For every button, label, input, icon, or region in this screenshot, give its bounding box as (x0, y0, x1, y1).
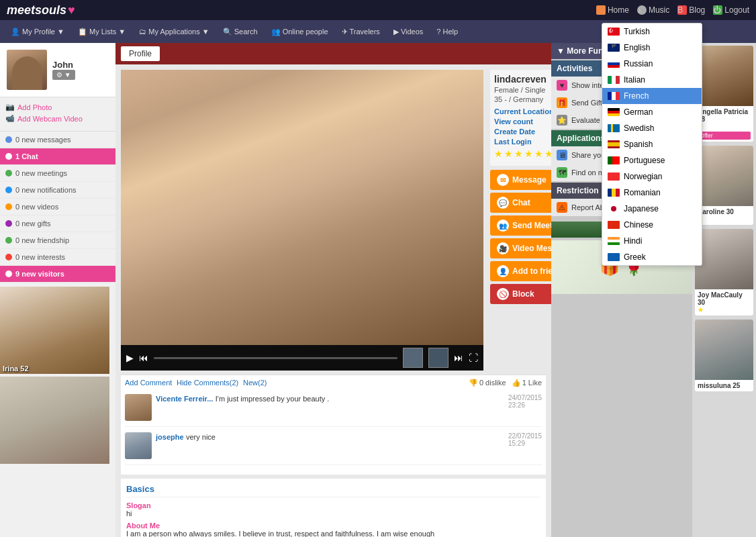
dislike-button[interactable]: 👎 0 dislike (469, 379, 506, 387)
meeting-request-button[interactable]: 👥 Send Meeting Request (490, 215, 551, 236)
lang-hindi-label: Hindi (624, 236, 642, 246)
video-message-button[interactable]: 🎥 Video Message (490, 238, 551, 258)
stat-meetings[interactable]: 0 new meetings (0, 165, 115, 182)
rs-card-2[interactable]: Caroline 30 ★ (695, 146, 753, 225)
fullscreen-button[interactable]: ⛶ (469, 352, 478, 363)
logout-nav[interactable]: ⏻ Logout (713, 5, 749, 15)
header: meetsouls♥ Home ♪ Music B Blog ⏻ Logout (0, 0, 756, 20)
profile-tab[interactable]: Profile (121, 46, 160, 61)
notifications-count: 0 new notifications (15, 186, 77, 194)
messages-count: 0 new messages (15, 136, 71, 144)
rs-card-4[interactable]: missuluna 25 (695, 320, 753, 391)
flag-romanian (608, 189, 620, 197)
sidebar-photo-1[interactable]: Irina 52 (0, 287, 109, 374)
lang-chinese[interactable]: Chinese (602, 217, 702, 233)
topnav-myprofile[interactable]: 👤 My Profile ▼ (5, 25, 70, 39)
friendship-count: 0 new friendship (15, 236, 69, 244)
sidebar-profile: John ⚙ ▼ (0, 43, 115, 97)
lang-portuguese[interactable]: Portuguese (602, 152, 702, 168)
new-comments-link[interactable]: New(2) (243, 379, 267, 387)
videos-count: 0 new videos (15, 203, 58, 211)
current-location-label: Current Location (494, 107, 551, 115)
lang-russian[interactable]: Russian (602, 56, 702, 72)
rs-card-1[interactable]: Angella Patricia 28 ★ Offer (695, 46, 753, 142)
lang-turkish[interactable]: ☪ Turkish (602, 23, 702, 40)
avatar (7, 50, 47, 90)
thumbsup-icon: 👍 (512, 379, 521, 387)
lang-greek[interactable]: Greek (602, 249, 702, 265)
applications-label: Applications (557, 134, 605, 143)
like-button[interactable]: 👍 1 Like (512, 379, 542, 387)
stat-friendship[interactable]: 0 new friendship (0, 232, 115, 249)
settings-button[interactable]: ⚙ ▼ (52, 70, 75, 80)
lang-romanian[interactable]: Romanian (602, 185, 702, 201)
basics-title: Basics (126, 484, 540, 497)
hide-comments-link[interactable]: Hide Comments(2) (177, 379, 238, 387)
interest-icon: ♥ (557, 80, 567, 91)
comment-2-body: 22/07/201515:29 josephe very nice (156, 432, 542, 459)
stat-chat[interactable]: 1 Chat (0, 148, 115, 165)
topnav-videos[interactable]: ▶ Videos (388, 25, 429, 39)
lang-spanish-label: Spanish (624, 140, 653, 149)
star-3: ★ (514, 148, 523, 159)
stat-gifts[interactable]: 0 new gifts (0, 215, 115, 232)
thumb-1[interactable] (403, 348, 423, 368)
friendship-dot (5, 237, 12, 244)
stat-messages[interactable]: 0 new messages (0, 132, 115, 148)
stat-notifications[interactable]: 0 new notifications (0, 182, 115, 199)
chat-label: Chat (512, 198, 530, 207)
add-friend-icon: 👤 (497, 265, 509, 277)
comment-2-text: very nice (186, 433, 216, 441)
rs-info-1: Angella Patricia 28 ★ Offer (695, 106, 753, 142)
lang-spanish[interactable]: Spanish (602, 136, 702, 152)
lang-hindi[interactable]: Hindi (602, 233, 702, 249)
topnav-myapps[interactable]: 🗂 My Applications ▼ (134, 25, 214, 38)
topnav-help[interactable]: ? Help (431, 25, 463, 38)
profile-tabs: Profile (115, 43, 551, 64)
add-friend-button[interactable]: 👤 Add to friend List (490, 261, 551, 281)
rs-card-3[interactable]: Joy MacCauly 30 ★ (695, 229, 753, 315)
play-button[interactable]: ▶ (126, 352, 134, 363)
prev-button[interactable]: ⏮ (139, 352, 148, 363)
video-message-label: Video Message (512, 244, 551, 253)
profile-right: lindacreven Female / Single 35 - / Germa… (490, 70, 551, 371)
flag-italian (608, 76, 620, 84)
lang-french-label: French (624, 91, 649, 101)
comment-1: 24/07/201523:26 Vicente Ferreir... I'm j… (125, 394, 542, 427)
thumb-2[interactable] (428, 348, 448, 368)
rs-stars-2: ★ (698, 215, 751, 223)
next-button[interactable]: ⏭ (454, 352, 463, 363)
stat-videos[interactable]: 0 new videos (0, 199, 115, 215)
lang-german[interactable]: German (602, 104, 702, 120)
stat-visitors[interactable]: 9 new visitors (0, 266, 115, 283)
message-button[interactable]: ✉ Message (490, 170, 551, 190)
webcam-icon: 📹 (5, 114, 15, 123)
home-nav[interactable]: Home (596, 5, 629, 15)
stat-interests[interactable]: 0 new interests (0, 249, 115, 266)
sidebar-stats: 0 new messages 1 Chat 0 new meetings 0 n… (0, 132, 115, 283)
add-webcam-link[interactable]: 📹 Add Webcam Video (5, 114, 110, 123)
star-2: ★ (504, 148, 513, 159)
flag-portuguese (608, 156, 620, 164)
topnav-mylists[interactable]: 📋 My Lists ▼ (73, 25, 131, 39)
chat-button[interactable]: 💬 Chat (490, 193, 551, 213)
eval-icon: ⭐ (557, 115, 567, 126)
comment-1-author[interactable]: Vicente Ferreir... (156, 395, 213, 403)
topnav-travelers[interactable]: ✈ Travelers (336, 25, 385, 39)
sidebar-photo-2[interactable] (0, 377, 109, 464)
comment-2-author[interactable]: josephe (156, 433, 184, 441)
blog-nav[interactable]: B Blog (677, 5, 705, 15)
lang-swedish[interactable]: Swedish (602, 120, 702, 136)
lang-japanese[interactable]: Japanese (602, 201, 702, 217)
lang-french[interactable]: French (602, 88, 702, 104)
lang-italian[interactable]: Italian (602, 72, 702, 88)
add-comment-link[interactable]: Add Comment (125, 379, 172, 387)
block-button[interactable]: 🚫 Block (490, 284, 551, 304)
topnav-online[interactable]: 👥 Online people (266, 25, 334, 39)
lang-norwegian[interactable]: Norwegian (602, 168, 702, 185)
profile-photo (121, 70, 483, 345)
lang-english[interactable]: 🏴 English (602, 40, 702, 56)
music-nav[interactable]: ♪ Music (637, 5, 669, 15)
topnav-search[interactable]: 🔍 Search (218, 25, 263, 39)
add-photo-link[interactable]: 📷 Add Photo (5, 103, 110, 111)
